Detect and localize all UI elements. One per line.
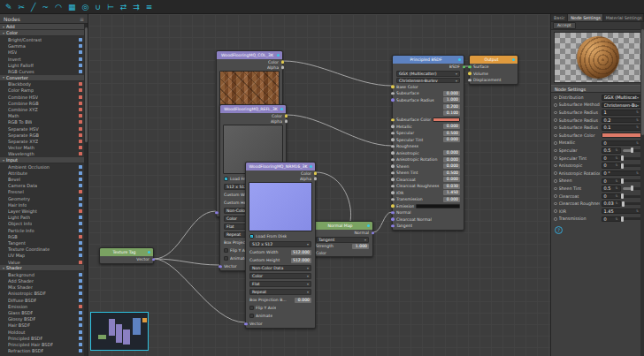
node-row[interactable]: Subsurface 0.000 — [393, 90, 464, 97]
node-header[interactable]: WoodFlooringMQ_NRM16_3K — [246, 163, 315, 170]
input-socket[interactable] — [215, 155, 218, 159]
input-socket[interactable] — [391, 92, 395, 95]
node-header[interactable]: Principled BSDF — [393, 56, 464, 64]
node-row[interactable]: Alpha — [220, 118, 286, 124]
input-socket[interactable] — [218, 265, 222, 269]
keyframe-dot[interactable] — [554, 149, 557, 153]
node-row[interactable]: Normal — [312, 230, 372, 237]
input-socket[interactable] — [391, 65, 395, 69]
left-scrollbar[interactable] — [84, 24, 88, 356]
input-socket[interactable] — [215, 195, 218, 199]
node-type-row[interactable]: HSV — [0, 49, 85, 56]
input-socket[interactable] — [244, 171, 248, 175]
keyframe-dot[interactable] — [554, 209, 557, 213]
param-value-field[interactable]: 0 — [602, 178, 621, 185]
node-row[interactable]: Vector — [246, 320, 315, 328]
value-field[interactable]: 0.030 — [443, 184, 460, 189]
checkbox[interactable]: ✓ — [224, 177, 228, 181]
node-row[interactable]: Emission — [393, 203, 464, 210]
node-row[interactable]: Custom Height 512.000 — [246, 256, 315, 264]
output-socket[interactable] — [281, 65, 285, 69]
output-socket[interactable] — [463, 211, 466, 215]
node-row[interactable]: 0.100 — [393, 110, 464, 117]
color-swatch[interactable] — [433, 117, 460, 122]
slider-knob[interactable] — [621, 216, 624, 222]
node-type-row[interactable]: Invert — [0, 56, 85, 62]
param-color-swatch[interactable] — [602, 133, 642, 138]
color-swatch[interactable] — [416, 204, 460, 208]
node-row[interactable]: Color — [246, 272, 315, 280]
value-field[interactable]: 0.500 — [443, 170, 460, 176]
value-field[interactable]: 0.000 — [443, 177, 460, 182]
input-socket[interactable] — [244, 283, 248, 286]
node-type-row[interactable]: RGB Curves — [0, 68, 85, 74]
node-type-row[interactable]: Vector Math — [0, 145, 85, 151]
node-row[interactable]: Subsurface Radius 1.000 — [393, 97, 464, 104]
input-socket[interactable] — [218, 114, 222, 117]
keyframe-dot[interactable] — [554, 164, 557, 168]
input-socket[interactable] — [391, 105, 395, 109]
node-row[interactable]: GGX (Multiscatter) — [393, 71, 464, 78]
input-socket[interactable] — [391, 118, 395, 122]
output-socket[interactable] — [314, 299, 318, 302]
node-row[interactable]: Sheen Tint 0.500 — [393, 170, 464, 177]
input-socket[interactable] — [215, 60, 218, 64]
output-socket[interactable] — [463, 224, 466, 228]
keyframe-dot[interactable] — [554, 141, 557, 145]
param-value-field[interactable]: 0 — [602, 140, 642, 147]
node-row[interactable]: BSDF — [393, 64, 464, 71]
input-socket[interactable] — [218, 225, 222, 229]
node-type-row[interactable]: Glossy BSDF — [0, 316, 85, 322]
node-type-row[interactable]: Fresnel — [0, 189, 85, 195]
output-socket[interactable] — [314, 267, 318, 270]
slider-knob[interactable] — [631, 186, 633, 191]
minimap[interactable] — [90, 312, 149, 351]
line-icon[interactable]: ╱ — [31, 0, 35, 14]
param-slider[interactable] — [623, 179, 642, 182]
node-row[interactable]: 512 x 512 — [246, 240, 315, 248]
checkbox[interactable] — [249, 306, 254, 310]
node-type-row[interactable]: Holdout — [0, 329, 85, 335]
input-socket[interactable] — [244, 251, 248, 254]
left-scrollbar-thumb[interactable] — [85, 27, 88, 142]
param-value-field[interactable]: 0 — [602, 155, 621, 162]
node-type-row[interactable]: Converter — [0, 75, 85, 81]
value-field[interactable]: 1.000 — [443, 97, 460, 102]
node-type-row[interactable]: Ambient Occlusion — [0, 163, 85, 170]
output-socket[interactable] — [463, 145, 466, 148]
node-row[interactable]: Strength 1.000 — [312, 243, 372, 250]
node-type-row[interactable]: Color — [0, 30, 85, 36]
input-socket[interactable] — [391, 79, 395, 82]
node-type-row[interactable]: Mix Shader — [0, 284, 85, 291]
node-type-row[interactable]: Add Shader — [0, 278, 85, 284]
output-socket[interactable] — [314, 322, 318, 326]
param-value-field[interactable]: 0 — [602, 216, 621, 223]
input-socket[interactable] — [244, 243, 248, 246]
input-socket[interactable] — [215, 124, 218, 127]
param-slider[interactable] — [623, 187, 642, 190]
node-graph-canvas[interactable]: WoodFlooringMQ_COL_3K Color — [88, 14, 550, 356]
output-socket[interactable] — [463, 86, 466, 89]
slider-knob[interactable] — [621, 163, 624, 169]
param-slider[interactable] — [623, 164, 642, 167]
node-row[interactable]: Clearcoat Roughness 0.030 — [393, 183, 464, 190]
param-slider[interactable] — [623, 195, 642, 198]
output-socket[interactable] — [285, 114, 288, 117]
node-row[interactable]: ✓ Load From Disk — [246, 232, 315, 240]
node-type-row[interactable]: Object Info — [0, 221, 85, 227]
node-enable-dot[interactable] — [148, 251, 150, 254]
input-socket[interactable] — [391, 72, 395, 76]
keyframe-dot[interactable] — [554, 96, 557, 100]
node-type-row[interactable]: Separate XYZ — [0, 138, 85, 144]
node-row[interactable]: 0.200 — [393, 103, 464, 110]
slider-knob[interactable] — [621, 193, 624, 199]
input-socket[interactable] — [244, 177, 248, 180]
keyframe-dot[interactable] — [554, 171, 557, 175]
node-row[interactable]: IOR 1.450 — [393, 190, 464, 197]
node-type-row[interactable]: Bright/Contrast — [0, 36, 85, 42]
node-row[interactable]: Vector — [100, 256, 153, 263]
output-socket[interactable] — [463, 99, 466, 102]
node-type-row[interactable]: Wavelength — [0, 151, 85, 157]
node-row[interactable]: Volume — [470, 71, 518, 78]
node-type-list[interactable]: Add Color Bright/Contrast Gamma — [0, 24, 85, 356]
